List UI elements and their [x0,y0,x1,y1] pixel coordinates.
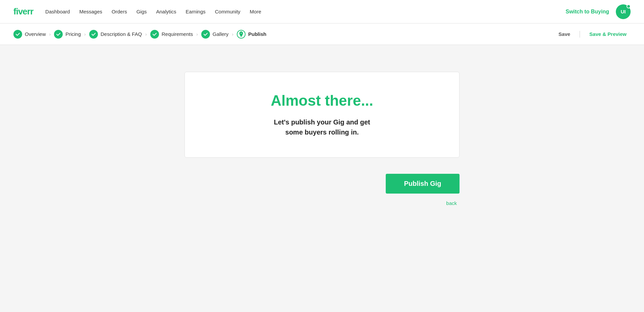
step-description-label: Description & FAQ [101,31,142,37]
step-requirements[interactable]: Requirements [150,30,193,39]
svg-point-0 [240,33,242,34]
publish-card-subtitle: Let's publish your Gig and get some buye… [198,117,446,137]
step-requirements-icon [150,30,159,39]
step-publish[interactable]: Publish [237,30,266,39]
nav-community[interactable]: Community [215,9,240,14]
step-overview-label: Overview [25,31,46,37]
arrow-4: › [196,32,198,37]
publish-actions: Publish Gig back [184,174,460,207]
step-description-icon [89,30,98,39]
step-bar: Overview › Pricing › Description & FAQ › [0,23,644,45]
arrow-1: › [49,32,51,37]
switch-to-buying-link[interactable]: Switch to Buying [566,9,609,15]
nav-messages[interactable]: Messages [79,9,102,14]
step-overview-icon [13,30,22,39]
step-gallery[interactable]: Gallery [201,30,229,39]
step-publish-label: Publish [248,31,266,37]
nav-links: Dashboard Messages Orders Gigs Analytics… [45,9,261,15]
nav-earnings[interactable]: Earnings [186,9,206,14]
arrow-5: › [232,32,233,37]
nav-analytics[interactable]: Analytics [156,9,176,14]
navbar-right: Switch to Buying UI [566,4,631,19]
navbar: fiverr Dashboard Messages Orders Gigs An… [0,0,644,23]
vertical-divider [580,31,580,38]
logo[interactable]: fiverr [13,6,33,17]
step-pricing-icon [54,30,63,39]
arrow-3: › [145,32,147,37]
step-publish-icon [237,30,246,39]
step-pricing-label: Pricing [65,31,81,37]
step-gallery-label: Gallery [213,31,229,37]
save-button[interactable]: Save [554,29,574,40]
steps: Overview › Pricing › Description & FAQ › [13,30,266,39]
subtitle-line2: some buyers rolling in. [285,128,359,136]
nav-orders[interactable]: Orders [112,9,127,14]
main-content: Almost there... Let's publish your Gig a… [0,45,644,221]
nav-gigs[interactable]: Gigs [137,9,147,14]
arrow-2: › [84,32,86,37]
avatar[interactable]: UI [616,4,631,19]
publish-card-title: Almost there... [198,92,446,109]
save-preview-button[interactable]: Save & Preview [585,29,631,40]
avatar-badge [627,4,631,8]
nav-dashboard[interactable]: Dashboard [45,9,70,14]
publish-gig-button[interactable]: Publish Gig [386,174,460,194]
back-button[interactable]: back [443,199,460,207]
step-bar-actions: Save Save & Preview [554,29,631,40]
step-pricing[interactable]: Pricing [54,30,81,39]
navbar-left: fiverr Dashboard Messages Orders Gigs An… [13,6,261,17]
publish-card: Almost there... Let's publish your Gig a… [184,72,460,158]
step-requirements-label: Requirements [162,31,193,37]
step-overview[interactable]: Overview [13,30,46,39]
nav-more[interactable]: More [250,9,261,14]
subtitle-line1: Let's publish your Gig and get [274,118,370,126]
step-description[interactable]: Description & FAQ [89,30,142,39]
avatar-initials: UI [621,9,626,14]
step-gallery-icon [201,30,210,39]
